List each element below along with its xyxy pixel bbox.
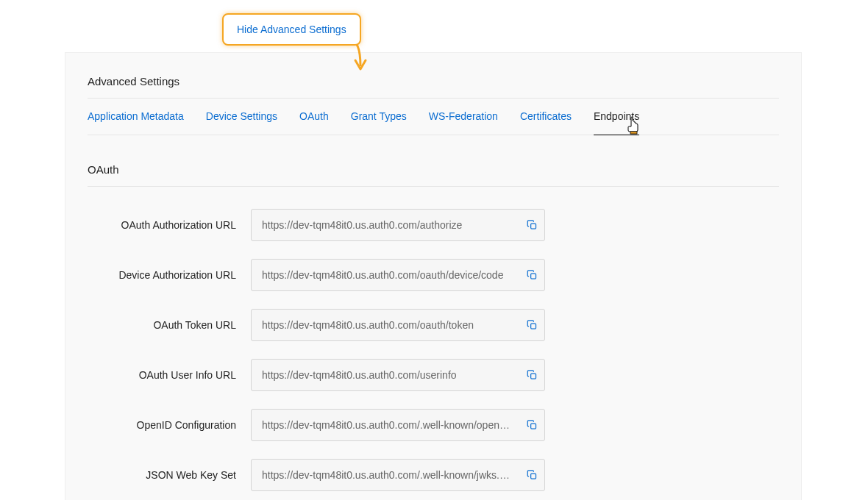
- field-row-oauth-user-info-url: OAuth User Info URL: [88, 359, 779, 391]
- device-authorization-url-input[interactable]: [251, 259, 545, 291]
- oauth-user-info-url-input[interactable]: [251, 359, 545, 391]
- copy-button[interactable]: [527, 370, 538, 381]
- field-input-wrap: [251, 409, 545, 441]
- copy-icon: [527, 320, 538, 331]
- svg-rect-0: [531, 224, 536, 229]
- copy-icon: [527, 420, 538, 431]
- hide-advanced-settings-button[interactable]: Hide Advanced Settings: [222, 13, 361, 46]
- field-input-wrap: [251, 259, 545, 291]
- svg-rect-5: [531, 474, 536, 479]
- copy-icon: [527, 220, 538, 231]
- copy-icon: [527, 270, 538, 281]
- advanced-settings-panel: Advanced Settings Application Metadata D…: [65, 52, 802, 500]
- tab-endpoints[interactable]: Endpoints: [594, 109, 639, 124]
- field-input-wrap: [251, 309, 545, 341]
- tab-application-metadata[interactable]: Application Metadata: [88, 109, 184, 124]
- svg-rect-2: [531, 324, 536, 329]
- field-label: OpenID Configuration: [88, 419, 251, 431]
- field-input-wrap: [251, 459, 545, 491]
- field-label: OAuth Authorization URL: [88, 219, 251, 231]
- field-label: OAuth User Info URL: [88, 369, 251, 381]
- tab-certificates[interactable]: Certificates: [520, 109, 572, 124]
- copy-button[interactable]: [527, 420, 538, 431]
- json-web-key-set-input[interactable]: [251, 459, 545, 491]
- copy-button[interactable]: [527, 470, 538, 481]
- copy-icon: [527, 470, 538, 481]
- svg-rect-1: [531, 274, 536, 279]
- field-label: OAuth Token URL: [88, 319, 251, 331]
- svg-rect-3: [531, 374, 536, 379]
- sub-section-title: OAuth: [88, 163, 779, 187]
- section-title: Advanced Settings: [88, 75, 779, 99]
- field-row-openid-configuration: OpenID Configuration: [88, 409, 779, 441]
- openid-configuration-input[interactable]: [251, 409, 545, 441]
- copy-icon: [527, 370, 538, 381]
- tab-ws-federation[interactable]: WS-Federation: [429, 109, 498, 124]
- oauth-authorization-url-input[interactable]: [251, 209, 545, 241]
- copy-button[interactable]: [527, 320, 538, 331]
- oauth-token-url-input[interactable]: [251, 309, 545, 341]
- endpoint-fields: OAuth Authorization URL Device Authoriza…: [88, 209, 779, 491]
- field-row-oauth-token-url: OAuth Token URL: [88, 309, 779, 341]
- svg-rect-4: [531, 424, 536, 429]
- tabs-container: Application Metadata Device Settings OAu…: [88, 99, 779, 135]
- tab-oauth[interactable]: OAuth: [299, 109, 329, 124]
- copy-button[interactable]: [527, 270, 538, 281]
- field-row-device-authorization-url: Device Authorization URL: [88, 259, 779, 291]
- callout-label: Hide Advanced Settings: [237, 24, 346, 35]
- tab-device-settings[interactable]: Device Settings: [206, 109, 277, 124]
- field-row-oauth-authorization-url: OAuth Authorization URL: [88, 209, 779, 241]
- field-label: Device Authorization URL: [88, 269, 251, 281]
- field-label: JSON Web Key Set: [88, 469, 251, 481]
- field-input-wrap: [251, 359, 545, 391]
- field-input-wrap: [251, 209, 545, 241]
- field-row-json-web-key-set: JSON Web Key Set: [88, 459, 779, 491]
- copy-button[interactable]: [527, 220, 538, 231]
- tab-grant-types[interactable]: Grant Types: [351, 109, 407, 124]
